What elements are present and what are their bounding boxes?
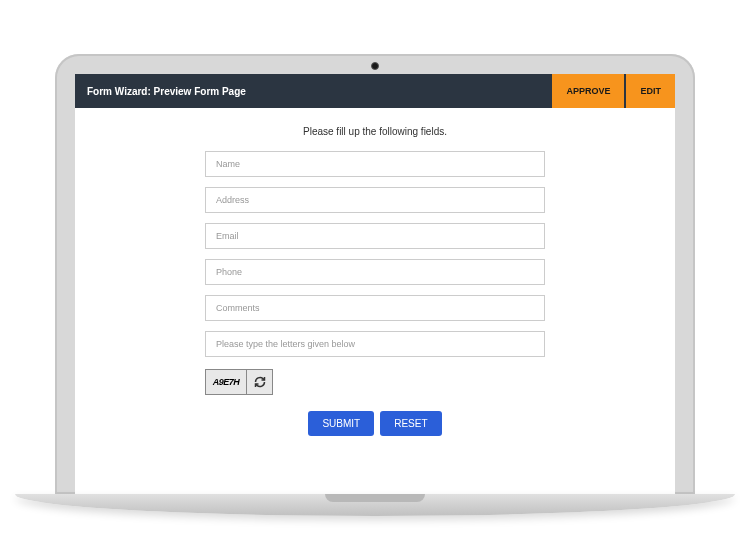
screen-content: Form Wizard: Preview Form Page APPROVE E… — [75, 74, 675, 494]
form-container: A9E7H SUBMIT RESET — [205, 151, 545, 436]
captcha-field[interactable] — [205, 331, 545, 357]
email-field[interactable] — [205, 223, 545, 249]
instruction-text: Please fill up the following fields. — [303, 126, 447, 137]
name-field[interactable] — [205, 151, 545, 177]
webcam-icon — [371, 62, 379, 70]
page-title: Form Wizard: Preview Form Page — [87, 86, 246, 97]
screen-bezel: Form Wizard: Preview Form Page APPROVE E… — [55, 54, 695, 494]
submit-button[interactable]: SUBMIT — [308, 411, 374, 436]
approve-button[interactable]: APPROVE — [552, 74, 624, 108]
header-actions: APPROVE EDIT — [552, 74, 675, 108]
form-area: Please fill up the following fields. A9E… — [75, 108, 675, 454]
reset-button[interactable]: RESET — [380, 411, 441, 436]
captcha-image: A9E7H — [205, 369, 247, 395]
laptop-frame: Form Wizard: Preview Form Page APPROVE E… — [55, 54, 695, 516]
captcha-refresh-button[interactable] — [247, 369, 273, 395]
edit-button[interactable]: EDIT — [626, 74, 675, 108]
address-field[interactable] — [205, 187, 545, 213]
captcha-row: A9E7H — [205, 369, 545, 395]
laptop-base — [15, 494, 735, 516]
form-buttons: SUBMIT RESET — [205, 411, 545, 436]
header-bar: Form Wizard: Preview Form Page APPROVE E… — [75, 74, 675, 108]
phone-field[interactable] — [205, 259, 545, 285]
refresh-icon — [254, 376, 266, 388]
laptop-notch — [325, 494, 425, 502]
comments-field[interactable] — [205, 295, 545, 321]
